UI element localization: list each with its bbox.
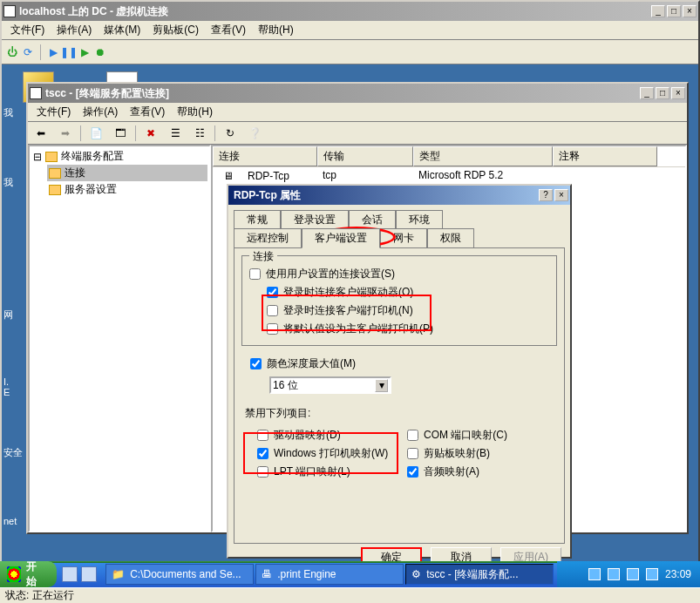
properties-icon[interactable]: ☰ — [166, 125, 185, 142]
folder-icon — [49, 185, 61, 195]
mmc-menu-action[interactable]: 操作(A) — [78, 103, 123, 121]
chk-default-printer[interactable]: 将默认值设为主客户端打印机(P) — [267, 320, 549, 338]
tab-remote[interactable]: 远程控制 — [234, 228, 302, 247]
chk-dis-audio[interactable]: 音频映射(A) — [407, 463, 557, 481]
tray-icon-4[interactable] — [646, 568, 658, 580]
tray-clock[interactable]: 23:09 — [665, 568, 691, 580]
task-print-engine[interactable]: 🖶.print Engine — [255, 564, 404, 585]
mmc-menu-view[interactable]: 查看(V) — [125, 103, 170, 121]
tray-icon-2[interactable] — [608, 568, 620, 580]
chk-dis-com[interactable]: COM 端口映射(C) — [407, 426, 557, 444]
group-legend-connection: 连接 — [249, 249, 277, 264]
side-label-5: 安全 — [3, 446, 23, 459]
taskbar: 开始 📁C:\Documents and Se... 🖶.print Engin… — [0, 561, 700, 587]
tab-env[interactable]: 环境 — [396, 210, 443, 229]
rdp-icon: 🖥 — [218, 169, 239, 183]
tab-panel-client: 连接 使用用户设置的连接设置(S) 登录时连接客户端驱动器(O) 登录时连接客户… — [234, 247, 565, 544]
vm-statusbar: 状态: 正在运行 — [0, 587, 700, 603]
folder-icon: 📁 — [112, 568, 125, 580]
forward-icon[interactable]: ➡ — [56, 125, 75, 142]
tray-icon-3[interactable] — [627, 568, 639, 580]
side-label-4: I.E — [3, 376, 10, 397]
select-color-depth[interactable]: 16 位▾ — [269, 376, 391, 394]
tab-client[interactable]: 客户端设置 — [302, 228, 380, 248]
dialog-titlebar[interactable]: RDP-Tcp 属性 ? × — [228, 186, 570, 205]
tab-logon[interactable]: 登录设置 — [281, 210, 349, 229]
list-header-comment[interactable]: 注释 — [553, 146, 657, 166]
chk-dis-clip[interactable]: 剪贴板映射(B) — [407, 444, 557, 463]
chk-drive[interactable]: 登录时连接客户端驱动器(O) — [267, 283, 549, 302]
delete-icon[interactable]: ✖ — [141, 125, 160, 142]
mmc-menu-file[interactable]: 文件(F) — [31, 103, 76, 121]
vm-min-button[interactable]: _ — [651, 5, 665, 17]
chk-use-user[interactable]: 使用用户设置的连接设置(S) — [249, 265, 549, 283]
mmc-titlebar[interactable]: tscc - [终端服务配置\连接] _ □ × — [28, 84, 687, 103]
side-label-6: net — [3, 516, 17, 526]
tree-root[interactable]: ⊟终端服务配置 — [31, 148, 207, 165]
vcr-fwd-icon[interactable]: ▶ — [78, 45, 92, 59]
list-header-connection[interactable]: 连接 — [213, 146, 317, 166]
tree-node-connections[interactable]: 连接 — [47, 165, 207, 181]
vcr-snapshot-icon[interactable]: ⏺ — [93, 45, 107, 59]
vm-close-button[interactable]: × — [683, 5, 697, 17]
tab-perm[interactable]: 权限 — [427, 228, 474, 247]
chk-printer[interactable]: 登录时连接客户端打印机(N) — [267, 302, 549, 320]
vcr-reset-icon[interactable]: ⟳ — [21, 45, 35, 59]
vm-toolbar: ⏻ ⟳ ▶ ❚❚ ▶ ⏺ — [2, 40, 698, 64]
side-label-3: 网 — [3, 308, 13, 322]
tray-icon-1[interactable] — [588, 568, 601, 580]
vm-menu-view[interactable]: 查看(V) — [206, 21, 251, 39]
vcr-play-icon[interactable]: ▶ — [46, 45, 60, 59]
back-icon[interactable]: ⬅ — [31, 125, 51, 142]
mmc-icon: ⚙ — [411, 568, 421, 580]
start-button[interactable]: 开始 — [0, 561, 57, 587]
up-icon[interactable]: 📄 — [86, 125, 105, 142]
vm-menu-help[interactable]: 帮助(H) — [253, 21, 299, 39]
side-label-1: 我 — [3, 106, 13, 119]
list-icon[interactable]: ☷ — [190, 125, 209, 142]
chk-dis-winprn[interactable]: Windows 打印机映射(W) — [257, 444, 407, 463]
list-header-type[interactable]: 类型 — [413, 146, 553, 166]
vm-menubar: 文件(F) 操作(A) 媒体(M) 剪贴板(C) 查看(V) 帮助(H) — [2, 21, 698, 40]
mmc-max-button[interactable]: □ — [656, 87, 669, 99]
folder-icon — [45, 152, 58, 162]
vm-menu-file[interactable]: 文件(F) — [5, 21, 50, 39]
tab-nic[interactable]: 网卡 — [380, 228, 427, 247]
refresh-icon[interactable]: ↻ — [221, 125, 240, 142]
task-tscc[interactable]: ⚙tscc - [终端服务配... — [405, 564, 554, 585]
tab-session[interactable]: 会话 — [349, 210, 396, 229]
vm-menu-media[interactable]: 媒体(M) — [99, 21, 146, 39]
chevron-down-icon[interactable]: ▾ — [375, 379, 388, 392]
tree-pane[interactable]: ⊟终端服务配置 连接 服务器设置 — [28, 145, 211, 532]
dialog-help-button[interactable]: ? — [539, 189, 553, 201]
dialog-close-button[interactable]: × — [554, 189, 568, 201]
vcr-poweroff-icon[interactable]: ⏻ — [5, 45, 19, 59]
mmc-icon — [30, 87, 42, 99]
chk-color-depth[interactable]: 颜色深度最大值(M) — [250, 355, 557, 373]
list-header-transport[interactable]: 传输 — [317, 146, 413, 166]
task-documents[interactable]: 📁C:\Documents and Se... — [105, 564, 254, 585]
mmc-min-button[interactable]: _ — [640, 87, 654, 99]
dialog-title: RDP-Tcp 属性 — [230, 188, 535, 203]
mmc-menu-help[interactable]: 帮助(H) — [172, 103, 218, 121]
vm-title: localhost 上的 DC - 虚拟机连接 — [19, 4, 648, 19]
tab-general[interactable]: 常规 — [234, 210, 281, 229]
quick-launch — [57, 566, 102, 582]
vm-max-button[interactable]: □ — [667, 5, 681, 17]
tree-node-server[interactable]: 服务器设置 — [47, 181, 207, 198]
vm-menu-action[interactable]: 操作(A) — [51, 21, 97, 39]
ql-ie-icon[interactable] — [62, 566, 78, 582]
ql-desktop-icon[interactable] — [81, 566, 97, 582]
chk-dis-lpt[interactable]: LPT 端口映射(L) — [257, 463, 407, 481]
vcr-pause-icon[interactable]: ❚❚ — [62, 45, 76, 59]
vm-menu-clipboard[interactable]: 剪贴板(C) — [147, 21, 204, 39]
help-icon[interactable]: ❔ — [245, 125, 264, 142]
vm-titlebar[interactable]: localhost 上的 DC - 虚拟机连接 _ □ × — [2, 2, 698, 21]
system-tray[interactable]: 23:09 — [557, 561, 700, 587]
chk-dis-drive[interactable]: 驱动器映射(D) — [257, 426, 407, 444]
mmc-close-button[interactable]: × — [671, 87, 685, 99]
props-icon[interactable]: 🗔 — [111, 125, 130, 142]
list-row[interactable]: 🖥RDP-Tcp tcp Microsoft RDP 5.2 — [213, 167, 685, 185]
disable-label: 禁用下列项目: — [245, 406, 557, 421]
mmc-title: tscc - [终端服务配置\连接] — [45, 86, 636, 101]
